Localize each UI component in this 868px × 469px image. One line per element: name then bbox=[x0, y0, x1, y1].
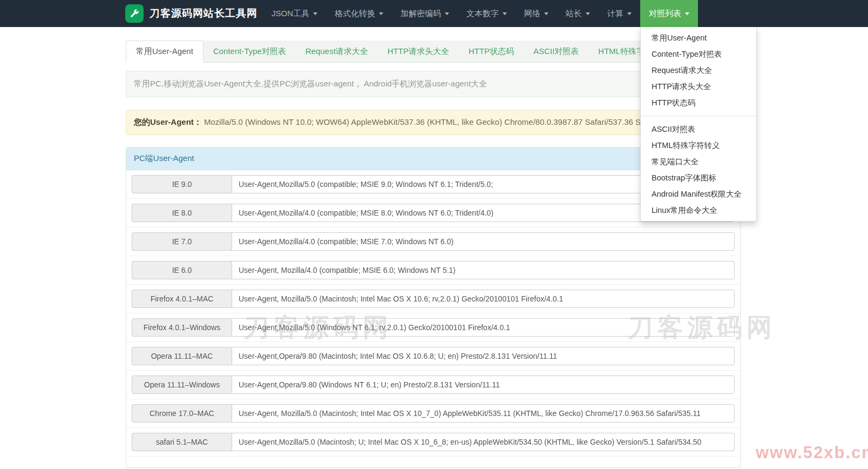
ua-value-input[interactable] bbox=[232, 347, 735, 365]
ua-row-label: Firefox 4.0.1–Windows bbox=[132, 318, 232, 337]
ua-row: Chrome 17.0–MAC bbox=[126, 399, 740, 428]
dropdown-menu-item[interactable]: Linux常用命令大全 bbox=[641, 202, 756, 218]
dropdown-menu-item[interactable]: Android Manifest权限大全 bbox=[641, 186, 756, 202]
tab[interactable]: HTTP状态码 bbox=[459, 41, 524, 62]
dropdown-menu-label: HTTP请求头大全 bbox=[652, 82, 711, 91]
ua-input-group: Firefox 4.0.1–MAC bbox=[132, 290, 735, 308]
ua-value-input[interactable] bbox=[232, 261, 735, 279]
ua-row: IE 7.0 bbox=[126, 227, 740, 256]
tab[interactable]: HTTP请求头大全 bbox=[378, 41, 459, 62]
ua-row: Opera 11.11–MAC bbox=[126, 342, 740, 371]
dropdown-menu-label: 常见端口大全 bbox=[652, 157, 699, 166]
nav-menu-label: 站长 bbox=[566, 9, 582, 19]
dropdown-menu-item[interactable]: Bootstrap字体图标 bbox=[641, 170, 756, 186]
ua-input-group: Firefox 4.0.1–Windows bbox=[132, 318, 735, 337]
tab-label: Content-Type对照表 bbox=[213, 46, 286, 57]
ua-row-label: IE 7.0 bbox=[132, 232, 232, 251]
nav-menu-item[interactable]: 站长 bbox=[557, 0, 599, 27]
dropdown-menu-item[interactable]: Request请求大全 bbox=[641, 62, 756, 78]
nav-menu-label: 计算 bbox=[607, 9, 623, 19]
ua-row-label: IE 6.0 bbox=[132, 261, 232, 279]
ua-input-group: safari 5.1–MAC bbox=[132, 433, 735, 451]
dropdown-menu-label: HTML特殊字符转义 bbox=[652, 141, 720, 150]
nav-menu-item[interactable]: 加解密编码 bbox=[392, 0, 458, 27]
ua-row: IE 6.0 bbox=[126, 256, 740, 285]
nav-menu-label: 加解密编码 bbox=[401, 9, 441, 19]
ua-input-group: Opera 11.11–MAC bbox=[132, 347, 735, 365]
nav-menu-item[interactable]: 格式化转换 bbox=[326, 0, 392, 27]
wrench-icon bbox=[125, 4, 144, 23]
ua-row-label: safari 5.1–MAC bbox=[132, 433, 232, 451]
ua-value-input[interactable] bbox=[232, 376, 735, 394]
caret-down-icon bbox=[503, 12, 507, 15]
dropdown-menu-label: Bootstrap字体图标 bbox=[652, 173, 716, 182]
nav-menu-item[interactable]: 文本数字 bbox=[458, 0, 516, 27]
page-description-text: 常用PC,移动浏览器User-Agent大全,提供PC浏览器user-agent… bbox=[134, 79, 487, 88]
ua-input-group: Opera 11.11–Windows bbox=[132, 376, 735, 394]
nav-menu-item[interactable]: 计算 bbox=[599, 0, 640, 27]
ua-value-input[interactable] bbox=[232, 433, 735, 451]
nav-menu-label: 对照列表 bbox=[649, 9, 681, 19]
ua-value-input[interactable] bbox=[232, 404, 735, 423]
caret-down-icon bbox=[445, 12, 449, 15]
nav-menu-label: 文本数字 bbox=[466, 9, 499, 19]
ua-value-input[interactable] bbox=[232, 232, 735, 251]
caret-down-icon bbox=[313, 12, 317, 15]
nav-menu-item[interactable]: JSON工具 bbox=[263, 0, 326, 27]
tab[interactable]: Content-Type对照表 bbox=[204, 41, 296, 62]
ua-row-label: Firefox 4.0.1–MAC bbox=[132, 290, 232, 308]
site-brand[interactable]: 刀客源码网站长工具网 bbox=[125, 0, 257, 27]
tab-label: 常用User-Agent bbox=[136, 46, 193, 57]
tab-label: HTTP状态码 bbox=[469, 46, 514, 57]
dropdown-menu-item[interactable]: ASCII对照表 bbox=[641, 116, 756, 137]
your-user-agent-label: 您的User-Agent： bbox=[134, 117, 202, 126]
caret-down-icon bbox=[544, 12, 548, 15]
dropdown-menu-label: 常用User-Agent bbox=[652, 34, 707, 42]
dropdown-menu-item[interactable]: HTTP状态码 bbox=[641, 95, 756, 111]
ua-value-input[interactable] bbox=[232, 290, 735, 308]
ua-input-group: IE 7.0 bbox=[132, 232, 735, 251]
ua-row-label: Chrome 17.0–MAC bbox=[132, 404, 232, 423]
compare-list-dropdown: 常用User-Agent Content-Type对照表 Request请求大全… bbox=[640, 27, 757, 222]
dropdown-menu-item[interactable]: HTTP请求头大全 bbox=[641, 78, 756, 95]
tab-label: Request请求大全 bbox=[306, 46, 368, 57]
ua-row: Firefox 4.0.1–Windows bbox=[126, 313, 740, 342]
dropdown-menu-label: HTTP状态码 bbox=[652, 98, 695, 107]
tab[interactable]: Request请求大全 bbox=[296, 41, 378, 62]
dropdown-menu-label: Linux常用命令大全 bbox=[652, 206, 717, 215]
ua-row: safari 5.1–MAC bbox=[126, 428, 740, 457]
dropdown-menu-label: Request请求大全 bbox=[652, 66, 712, 75]
caret-down-icon bbox=[379, 12, 383, 15]
tab[interactable]: 常用User-Agent bbox=[126, 41, 204, 63]
ua-row-label: Opera 11.11–MAC bbox=[132, 347, 232, 365]
dropdown-menu-item[interactable]: Content-Type对照表 bbox=[641, 46, 756, 62]
dropdown-menu-label: ASCII对照表 bbox=[652, 125, 695, 133]
nav-menu-item[interactable]: 对照列表 bbox=[640, 0, 698, 27]
your-user-agent-value: Mozilla/5.0 (Windows NT 10.0; WOW64) App… bbox=[204, 117, 702, 126]
site-title: 刀客源码网站长工具网 bbox=[150, 6, 257, 21]
main-nav: JSON工具 格式化转换 加解密编码 文本数字 网络 bbox=[263, 0, 682, 27]
dropdown-menu-item[interactable]: 常见端口大全 bbox=[641, 153, 756, 170]
caret-down-icon bbox=[627, 12, 632, 15]
nav-menu-item[interactable]: 网络 bbox=[516, 0, 557, 27]
ua-value-input[interactable] bbox=[232, 318, 735, 337]
ua-row-label: Opera 11.11–Windows bbox=[132, 376, 232, 394]
nav-menu-label: 网络 bbox=[524, 9, 540, 19]
ua-input-group: IE 6.0 bbox=[132, 261, 735, 279]
top-navbar: 刀客源码网站长工具网 JSON工具 格式化转换 加解密编码 文本数字 bbox=[0, 0, 868, 27]
tab-label: HTTP请求头大全 bbox=[388, 46, 449, 57]
ua-row-label: IE 8.0 bbox=[132, 204, 232, 222]
tab[interactable]: ASCII对照表 bbox=[524, 41, 588, 62]
nav-menu-label: 格式化转换 bbox=[335, 9, 375, 19]
dropdown-menu-item[interactable]: 常用User-Agent bbox=[641, 30, 756, 46]
dropdown-menu-label: Android Manifest权限大全 bbox=[652, 190, 742, 198]
caret-down-icon bbox=[586, 12, 590, 15]
nav-menu-label: JSON工具 bbox=[272, 9, 309, 19]
tab-label: ASCII对照表 bbox=[533, 46, 579, 57]
ua-row: Firefox 4.0.1–MAC bbox=[126, 285, 740, 313]
dropdown-menu-item[interactable]: HTML特殊字符转义 bbox=[641, 137, 756, 153]
dropdown-menu-label: Content-Type对照表 bbox=[652, 50, 722, 58]
panel-filler bbox=[126, 457, 740, 467]
ua-input-group: Chrome 17.0–MAC bbox=[132, 404, 735, 423]
ua-row: Opera 11.11–Windows bbox=[126, 371, 740, 399]
